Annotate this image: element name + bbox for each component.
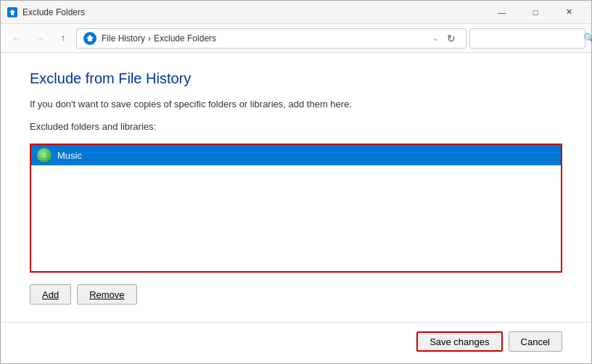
save-changes-button[interactable]: Save changes: [416, 331, 502, 352]
address-bar-icon: [83, 31, 97, 46]
excluded-folders-list: ♫ Music: [30, 144, 562, 273]
back-button[interactable]: ←: [7, 28, 27, 49]
minimize-button[interactable]: —: [485, 1, 519, 24]
page-title: Exclude from File History: [30, 70, 562, 87]
search-icon: 🔍: [583, 33, 592, 44]
refresh-icon[interactable]: ↻: [443, 30, 460, 47]
maximize-button[interactable]: □: [519, 1, 552, 24]
nav-bar: ← → ↑ File History › Exclude Folders ⌄ ↻: [1, 24, 591, 53]
address-part1: File History: [102, 33, 145, 44]
list-item-label: Music: [57, 150, 82, 161]
address-chevron-icon[interactable]: ⌄: [432, 34, 438, 42]
address-part2: Exclude Folders: [154, 33, 216, 44]
app-icon: [7, 7, 18, 18]
address-path: File History › Exclude Folders: [102, 33, 428, 44]
forward-icon: →: [35, 33, 44, 44]
up-icon: ↑: [61, 33, 66, 44]
close-button[interactable]: ✕: [552, 1, 585, 24]
back-icon: ←: [12, 33, 21, 44]
remove-button[interactable]: Remove: [77, 284, 136, 305]
description-text: If you don't want to save copies of spec…: [30, 99, 562, 109]
forward-button[interactable]: →: [30, 28, 50, 49]
window-title: Exclude Folders: [22, 7, 485, 17]
up-button[interactable]: ↑: [53, 28, 73, 49]
add-button[interactable]: Add: [30, 284, 71, 305]
list-action-buttons: Add Remove: [30, 284, 562, 305]
music-library-icon: ♫: [37, 148, 52, 162]
section-label: Excluded folders and libraries:: [30, 121, 562, 132]
address-bar: File History › Exclude Folders ⌄ ↻: [76, 28, 466, 49]
main-content: Exclude from File History If you don't w…: [1, 53, 591, 322]
address-separator: ›: [148, 33, 151, 44]
title-bar: Exclude Folders — □ ✕: [1, 1, 591, 24]
search-box: 🔍: [469, 28, 585, 49]
search-input[interactable]: [474, 33, 583, 44]
window: Exclude Folders — □ ✕ ← → ↑ File History: [0, 0, 592, 364]
window-controls: — □ ✕: [485, 1, 585, 24]
list-item[interactable]: ♫ Music: [31, 145, 561, 165]
cancel-button[interactable]: Cancel: [509, 331, 562, 352]
dialog-action-buttons: Save changes Cancel: [1, 322, 591, 363]
